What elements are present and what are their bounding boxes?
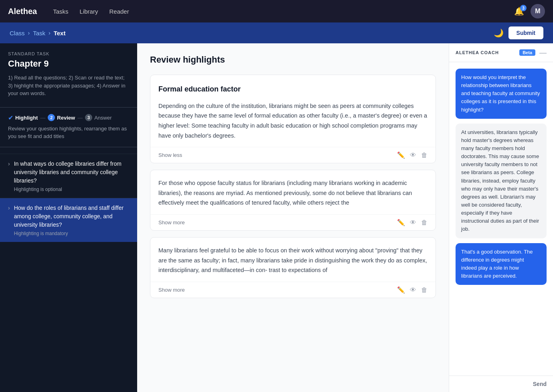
step-highlight-label: Highlight <box>15 115 38 121</box>
view-icon-2[interactable]: 👁 <box>410 219 416 226</box>
coach-header: ALETHEA COACH Beta — <box>449 43 553 62</box>
nav-library[interactable]: Library <box>80 8 98 15</box>
coach-panel: ALETHEA COACH Beta — How would you inter… <box>449 43 553 392</box>
highlight-body-3: Many librarians feel grateful to be able… <box>150 238 436 275</box>
dark-mode-button[interactable]: 🌙 <box>494 28 504 38</box>
question-text-2: How do the roles of librarians and staff… <box>14 204 129 229</box>
coach-message-2: At universities, librarians typically ho… <box>456 124 547 238</box>
highlight-footer-2: Show more ✏️ 👁 🗑 <box>150 214 436 230</box>
highlight-text-1: Depending on the culture of the institut… <box>158 101 427 141</box>
beta-badge: Beta <box>519 49 535 56</box>
steps-row: ✔ Highlight — 2 Review — 3 Answer <box>0 114 137 125</box>
coach-message-1: How would you interpret the relationship… <box>456 69 547 119</box>
view-icon-1[interactable]: 👁 <box>410 151 416 159</box>
question-sub-1: Highlighting is optional <box>14 187 129 192</box>
coach-messages: How would you interpret the relationship… <box>449 62 553 376</box>
question-item-2[interactable]: › How do the roles of librarians and sta… <box>0 198 137 242</box>
breadcrumb-text[interactable]: Text <box>54 30 66 37</box>
main-layout: STANDARD TASK Chapter 9 1) Read all the … <box>0 43 553 392</box>
edit-icon-3[interactable]: ✏️ <box>397 286 405 294</box>
card-actions-1: ✏️ 👁 🗑 <box>397 151 427 159</box>
breadcrumb-actions: 🌙 Submit <box>494 26 543 39</box>
highlight-title-1: Formal education factor <box>158 83 427 95</box>
breadcrumb-class[interactable]: Class <box>10 30 25 37</box>
highlight-body-2: For those who oppose faculty status for … <box>150 170 436 208</box>
edit-icon-2[interactable]: ✏️ <box>397 219 405 226</box>
nav-tasks[interactable]: Tasks <box>53 8 68 15</box>
notification-button[interactable]: 🔔 3 <box>514 6 524 16</box>
top-nav: Alethea Tasks Library Reader 🔔 3 M <box>0 0 553 22</box>
highlight-body-1: Formal education factor Depending on the… <box>150 75 436 140</box>
task-type-label: STANDARD TASK <box>8 51 129 56</box>
edit-icon-1[interactable]: ✏️ <box>397 151 405 159</box>
delete-icon-2[interactable]: 🗑 <box>421 219 427 226</box>
sidebar-header: STANDARD TASK Chapter 9 1) Read all the … <box>0 43 137 107</box>
question-text-1: In what ways do college libraries differ… <box>14 160 129 185</box>
highlight-card-2: For those who oppose faculty status for … <box>150 170 436 231</box>
highlight-card-3: Many librarians feel grateful to be able… <box>150 237 436 298</box>
delete-icon-1[interactable]: 🗑 <box>421 151 427 159</box>
chapter-title: Chapter 9 <box>8 59 129 69</box>
question-content-2: How do the roles of librarians and staff… <box>14 204 129 236</box>
highlight-text-3: Many librarians feel grateful to be able… <box>158 246 427 275</box>
view-icon-3[interactable]: 👁 <box>410 286 416 294</box>
minimize-button[interactable]: — <box>539 49 547 56</box>
step-review: 2 Review <box>48 114 75 121</box>
breadcrumb-sep-2: › <box>49 30 51 36</box>
sidebar: STANDARD TASK Chapter 9 1) Read all the … <box>0 43 137 392</box>
breadcrumb-task[interactable]: Task <box>33 30 45 37</box>
step-highlight: ✔ Highlight <box>8 114 38 122</box>
delete-icon-3[interactable]: 🗑 <box>421 286 427 294</box>
breadcrumb-bar: Class › Task › Text 🌙 Submit <box>0 22 553 43</box>
step-answer-label: Answer <box>94 115 111 121</box>
step-answer-num: 3 <box>85 114 92 121</box>
question-item-1[interactable]: › In what ways do college libraries diff… <box>0 154 137 198</box>
show-toggle-1[interactable]: Show less <box>158 152 182 158</box>
card-actions-2: ✏️ 👁 🗑 <box>397 219 427 226</box>
avatar[interactable]: M <box>531 4 545 18</box>
step-answer: 3 Answer <box>85 114 111 121</box>
check-icon: ✔ <box>8 114 13 122</box>
review-title: Review highlights <box>150 55 436 65</box>
question-arrow-1: › <box>8 160 10 167</box>
highlight-card-1: Formal education factor Depending on the… <box>150 75 436 163</box>
show-toggle-3[interactable]: Show more <box>158 287 185 293</box>
question-arrow-2: › <box>8 205 10 211</box>
nav-right: 🔔 3 M <box>514 4 545 18</box>
highlight-text-2: For those who oppose faculty status for … <box>158 178 427 208</box>
step-review-num: 2 <box>48 114 55 121</box>
coach-label: ALETHEA COACH <box>456 50 515 55</box>
send-button[interactable]: Send <box>533 381 547 387</box>
notification-badge: 3 <box>520 5 527 11</box>
content-area: Review highlights Formal education facto… <box>137 43 449 392</box>
step-review-label: Review <box>57 115 75 121</box>
sidebar-divider-2 <box>0 147 137 147</box>
show-toggle-2[interactable]: Show more <box>158 219 185 225</box>
step-sep-2: — <box>77 115 83 121</box>
card-actions-3: ✏️ 👁 🗑 <box>397 286 427 294</box>
question-content-1: In what ways do college libraries differ… <box>14 160 129 192</box>
highlight-footer-1: Show less ✏️ 👁 🗑 <box>150 147 436 163</box>
step-sep-1: — <box>40 115 45 121</box>
nav-reader[interactable]: Reader <box>109 8 129 15</box>
coach-message-3: That's a good observation. The differenc… <box>456 243 547 285</box>
nav-links: Tasks Library Reader <box>53 8 501 15</box>
submit-button[interactable]: Submit <box>508 26 543 39</box>
breadcrumb-sep-1: › <box>28 30 30 36</box>
coach-footer: Send <box>449 376 553 392</box>
step-description: Review your question highlights, rearran… <box>0 125 137 147</box>
highlight-footer-3: Show more ✏️ 👁 🗑 <box>150 282 436 298</box>
task-instructions: 1) Read all the questions; 2) Scan or re… <box>8 74 129 97</box>
question-sub-2: Highlighting is mandatory <box>14 231 129 236</box>
sidebar-divider-1 <box>0 107 137 108</box>
app-logo: Alethea <box>8 7 37 16</box>
